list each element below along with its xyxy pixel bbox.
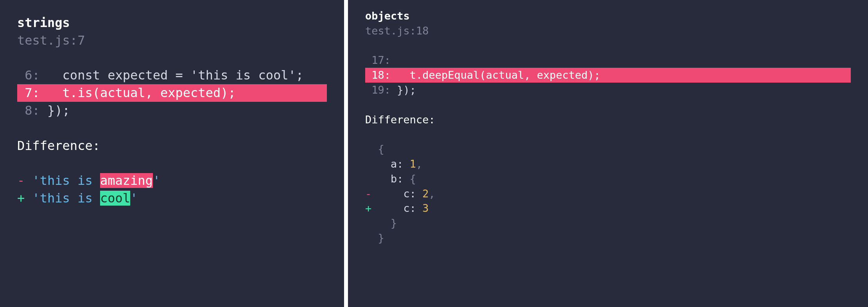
test-title: strings xyxy=(17,14,327,32)
spacer xyxy=(365,38,851,53)
obj-close-nested: } xyxy=(365,216,851,231)
diff-text: ' xyxy=(153,173,160,188)
line-text: const expected = 'this is cool'; xyxy=(40,68,303,83)
plus-icon: + xyxy=(365,202,371,214)
spacer xyxy=(17,119,327,137)
obj-prop-added: + c: 3 xyxy=(365,201,851,216)
plus-icon: + xyxy=(17,191,25,206)
line-number: 18: xyxy=(365,69,391,81)
line-number: 19: xyxy=(365,84,391,96)
difference-label: Difference: xyxy=(365,112,851,127)
file-locator: test.js:7 xyxy=(17,32,327,49)
code-line-highlighted: 18: t.deepEqual(actual, expected); xyxy=(365,68,851,83)
obj-prop-removed: - c: 2, xyxy=(365,186,851,201)
object-diff: { a: 1, b: { - c: 2, + c: 3 } } xyxy=(365,142,851,246)
panel-divider xyxy=(344,0,348,307)
minus-icon: - xyxy=(365,188,371,200)
code-line: 17: xyxy=(365,53,851,68)
test-title: objects xyxy=(365,9,851,23)
code-line: 19: }); xyxy=(365,83,851,98)
spacer xyxy=(17,154,327,172)
diff-added: + 'this is cool' xyxy=(17,190,327,207)
diff-block: - 'this is amazing' + 'this is cool' xyxy=(17,172,327,207)
line-number: 7: xyxy=(17,85,40,100)
obj-open-nested: b: { xyxy=(365,172,851,186)
line-text: t.deepEqual(actual, expected); xyxy=(391,69,734,81)
diff-text: 'this is xyxy=(25,173,100,188)
panel-objects: objects test.js:18 17: 18: t.deepEqual(a… xyxy=(348,0,868,307)
difference-label: Difference: xyxy=(17,137,327,155)
code-block: 17: 18: t.deepEqual(actual, expected); 1… xyxy=(365,53,851,97)
code-block: 6: const expected = 'this is cool'; 7: t… xyxy=(17,67,327,119)
panel-strings: strings test.js:7 6: const expected = 't… xyxy=(0,0,344,307)
line-text: }); xyxy=(40,103,70,118)
line-number: 8: xyxy=(17,103,40,118)
code-line-highlighted: 7: t.is(actual, expected); xyxy=(17,84,327,102)
obj-open: { xyxy=(365,142,851,157)
minus-icon: - xyxy=(17,173,25,188)
line-text: }); xyxy=(391,84,416,96)
line-text: t.is(actual, expected); xyxy=(40,85,319,100)
spacer xyxy=(365,98,851,112)
obj-close: } xyxy=(365,231,851,246)
line-number: 17: xyxy=(365,54,391,66)
diff-text: ' xyxy=(130,191,138,206)
obj-prop: a: 1, xyxy=(365,157,851,172)
line-number: 6: xyxy=(17,68,40,83)
diff-removed-segment: amazing xyxy=(100,173,153,188)
code-line: 8: }); xyxy=(17,102,327,119)
diff-text: 'this is xyxy=(25,191,100,206)
diff-added-segment: cool xyxy=(100,191,130,206)
diff-removed: - 'this is amazing' xyxy=(17,172,327,190)
spacer xyxy=(365,127,851,142)
file-locator: test.js:18 xyxy=(365,23,851,38)
spacer xyxy=(17,49,327,67)
code-line: 6: const expected = 'this is cool'; xyxy=(17,67,327,84)
